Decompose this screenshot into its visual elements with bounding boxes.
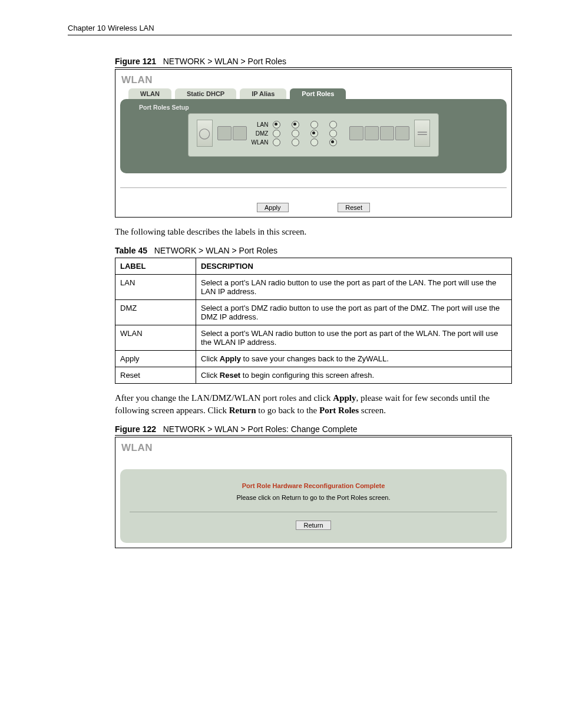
figure-caption-text: NETWORK > WLAN > Port Roles (163, 57, 286, 66)
table-row: Apply Click Apply to save your changes b… (115, 351, 512, 367)
chapter-header: Chapter 10 Wireless LAN (68, 24, 512, 35)
tab-static-dhcp[interactable]: Static DHCP (175, 88, 236, 99)
table-row: DMZ Select a port's DMZ radio button to … (115, 300, 512, 325)
cell-desc: Click Reset to begin configuring this sc… (196, 367, 512, 384)
figure-caption-text: NETWORK > WLAN > Port Roles: Change Comp… (163, 424, 358, 434)
radio-wlan-2[interactable] (292, 139, 299, 146)
complete-message: Please click on Return to go to the Port… (126, 494, 501, 501)
eth-port-icon (365, 126, 379, 140)
eth-port-icon (233, 126, 247, 140)
complete-heading: Port Role Hardware Reconfiguration Compl… (126, 482, 501, 489)
figure-number: Figure 121 (115, 57, 156, 66)
cell-label: Reset (115, 367, 196, 384)
cell-desc: Click Apply to save your changes back to… (196, 351, 512, 367)
radio-wlan-3[interactable] (310, 139, 318, 146)
table-caption: Table 45 NETWORK > WLAN > Port Roles (115, 246, 512, 256)
tab-port-roles[interactable]: Port Roles (290, 88, 346, 99)
radio-dmz-4[interactable] (329, 130, 337, 137)
table-number: Table 45 (115, 246, 147, 255)
button-row: Apply Reset (120, 202, 507, 212)
screen-title: WLAN (121, 442, 507, 454)
figure-caption: Figure 122 NETWORK > WLAN > Port Roles: … (115, 424, 512, 436)
intro-text: The following table describes the labels… (115, 226, 512, 238)
radio-wlan-1[interactable] (273, 139, 280, 146)
row-label-lan: LAN (252, 121, 270, 128)
tab-bar: WLAN Static DHCP IP Alias Port Roles (128, 88, 507, 99)
radio-wlan-4[interactable] (329, 139, 337, 146)
downlink-ports (349, 126, 409, 140)
screen-title: WLAN (121, 74, 507, 86)
eth-port-icon (349, 126, 363, 140)
radio-dmz-1[interactable] (273, 130, 280, 137)
eth-port-icon (217, 126, 232, 140)
cell-desc: Select a port's WLAN radio button to use… (196, 325, 512, 351)
radio-lan-1[interactable] (273, 121, 280, 129)
panel-heading: Port Roles Setup (139, 104, 502, 111)
col-header-description: DESCRIPTION (196, 258, 512, 275)
figure-caption: Figure 121 NETWORK > WLAN > Port Roles (115, 57, 512, 68)
cell-label: WLAN (115, 325, 196, 351)
radio-lan-3[interactable] (310, 121, 318, 129)
reset-button[interactable]: Reset (338, 203, 370, 212)
row-label-wlan: WLAN (252, 139, 270, 146)
eth-port-icon (380, 126, 394, 140)
row-label-dmz: DMZ (252, 130, 270, 137)
cell-label: LAN (115, 275, 196, 300)
radio-dmz-3[interactable] (310, 130, 318, 137)
table-row: Reset Click Reset to begin configuring t… (115, 367, 512, 384)
port-roles-panel: Port Roles Setup ◯ LAN DMZ (120, 99, 507, 173)
tab-ip-alias[interactable]: IP Alias (240, 88, 286, 99)
table-row: LAN Select a port's LAN radio button to … (115, 275, 512, 300)
table-caption-text: NETWORK > WLAN > Port Roles (154, 246, 277, 255)
table-row: WLAN Select a port's WLAN radio button t… (115, 325, 512, 351)
radio-lan-4[interactable] (329, 121, 337, 129)
switch-icon: ═ (414, 120, 430, 147)
cell-label: Apply (115, 351, 196, 367)
cell-label: DMZ (115, 300, 196, 325)
router-icon: ◯ (197, 120, 213, 147)
uplink-ports (217, 126, 247, 140)
return-button[interactable]: Return (296, 521, 330, 530)
port-roles-screenshot: WLAN WLAN Static DHCP IP Alias Port Role… (115, 69, 512, 218)
radio-dmz-2[interactable] (292, 130, 299, 137)
after-table-text: After you change the LAN/DMZ/WLAN port r… (115, 392, 512, 416)
figure-number: Figure 122 (115, 424, 156, 434)
cell-desc: Select a port's DMZ radio button to use … (196, 300, 512, 325)
complete-panel: Port Role Hardware Reconfiguration Compl… (120, 469, 507, 543)
cell-desc: Select a port's LAN radio button to use … (196, 275, 512, 300)
port-role-grid: LAN DMZ WLAN (252, 121, 345, 146)
change-complete-screenshot: WLAN Port Role Hardware Reconfiguration … (115, 437, 512, 548)
eth-port-icon (395, 126, 409, 140)
radio-lan-2[interactable] (292, 121, 299, 129)
apply-button[interactable]: Apply (257, 203, 289, 212)
port-diagram: ◯ LAN DMZ WLAN (188, 113, 439, 157)
description-table: LABEL DESCRIPTION LAN Select a port's LA… (115, 258, 512, 384)
tab-wlan[interactable]: WLAN (128, 88, 171, 99)
col-header-label: LABEL (115, 258, 196, 275)
